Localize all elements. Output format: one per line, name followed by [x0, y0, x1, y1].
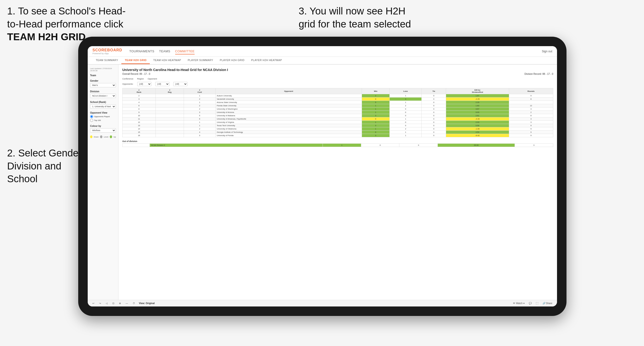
step1-line2: to-Head performance click: [7, 18, 123, 30]
table-cell: [156, 121, 184, 124]
table-cell: 9: [509, 131, 553, 134]
table-cell: 0: [422, 101, 446, 104]
out-of-division-label: Out of division: [122, 140, 553, 143]
table-cell: 2: [509, 111, 553, 114]
region-filter: Region: [137, 78, 144, 80]
table-cell: University of Virginia: [216, 121, 362, 124]
opponent-view-section: Opponent View Opponents Played Top 100: [90, 112, 116, 122]
division-select[interactable]: NCAA Division I: [90, 94, 116, 98]
table-cell: 6: [184, 117, 216, 121]
table-cell: 8: [509, 114, 553, 117]
colour-by-select[interactable]: Win/loss: [90, 128, 116, 133]
filter-selects-row: Opponents: (All) (All) (All): [122, 82, 553, 86]
col-reg: #Reg: [156, 88, 184, 94]
nav-teams[interactable]: TEAMS: [159, 48, 170, 54]
table-cell: 10: [122, 114, 156, 117]
toolbar-right: 👁 Watch ▾ 💬 ⛶ 🔗 Share: [512, 302, 553, 305]
col-tie: Tie: [422, 88, 446, 94]
table-cell: 4: [390, 98, 422, 101]
table-row: 163University of Florida310-6.429: [122, 134, 553, 137]
table-cell: 9: [122, 111, 156, 114]
table-cell: 9: [509, 127, 553, 131]
step3-annotation: 3. You will now see H2H grid for the tea…: [299, 5, 411, 30]
tab-player-h2h-grid[interactable]: PLAYER H2H GRID: [216, 57, 248, 64]
table-cell: 6: [362, 131, 390, 134]
top100-radio[interactable]: Top 100: [90, 119, 116, 122]
undo-button[interactable]: ↩: [92, 302, 95, 305]
nav-committee[interactable]: COMMITTEE: [175, 48, 195, 54]
region-filter-label: Region: [137, 78, 144, 80]
crop-button[interactable]: ⊡: [112, 302, 115, 305]
tab-team-summary[interactable]: TEAM SUMMARY: [92, 57, 121, 64]
step2-annotation: 2. Select Gender, Division and School: [7, 147, 84, 185]
bottom-toolbar: ↩ ↪ ◁ ⊡ ⊕ — ⏱ View: Original 👁 Watch ▾ 💬…: [88, 300, 557, 307]
table-cell: 0: [422, 117, 446, 121]
col-rank: #Rank: [122, 88, 156, 94]
opponent-filter: Opponent: [148, 78, 157, 80]
tab-team-h2h-grid[interactable]: TEAM H2H GRID: [121, 57, 150, 64]
dot-down: [90, 135, 92, 138]
table-cell: [156, 114, 184, 117]
opponents-played-radio[interactable]: Opponents Played: [90, 115, 116, 118]
table-cell: 12: [122, 121, 156, 124]
division-record: Division Record: 88 - 17 - 0: [524, 73, 553, 75]
nav-tournaments[interactable]: TOURNAMENTS: [130, 48, 154, 54]
table-cell: University of Arizona: [216, 111, 362, 114]
table-cell: 0: [390, 111, 422, 114]
gender-select[interactable]: Men's: [90, 83, 116, 87]
table-cell: 2: [390, 127, 422, 131]
watch-button[interactable]: 👁 Watch ▾: [512, 302, 526, 305]
opponent-select[interactable]: (All): [173, 82, 188, 86]
table-cell: [156, 131, 184, 134]
table-cell: 4.50: [446, 131, 509, 134]
minus-button[interactable]: —: [125, 302, 129, 305]
conference-select[interactable]: (All): [137, 82, 152, 86]
table-cell: 3: [362, 114, 390, 117]
sign-out-link[interactable]: Sign out: [542, 50, 552, 53]
table-cell: 3: [362, 134, 390, 137]
redo-button[interactable]: ↪: [98, 302, 102, 305]
table-cell: 0: [422, 127, 446, 131]
conference-filter: Conference: [122, 78, 134, 80]
table-row: 82University of Washington1003.673: [122, 107, 553, 111]
table-cell: 3: [509, 121, 553, 124]
col-conf: #Conf: [184, 88, 216, 94]
table-cell: 0: [422, 114, 446, 117]
table-cell: [156, 98, 184, 101]
table-row: 32Vanderbilt University040-2.298: [122, 98, 553, 101]
table-cell: 2.29: [446, 101, 509, 104]
share-button[interactable]: 🔗 Share: [542, 302, 553, 305]
tab-player-summary[interactable]: PLAYER SUMMARY: [184, 57, 216, 64]
tab-team-h2h-heatmap[interactable]: TEAM H2H HEATMAP: [150, 57, 184, 64]
table-cell: [156, 134, 184, 137]
table-cell: 15: [122, 131, 156, 134]
up-label: Up: [114, 136, 116, 138]
table-cell: Texas Tech University: [216, 124, 362, 127]
table-cell: University of Alabama: [216, 114, 362, 117]
plus-button[interactable]: ⊕: [118, 302, 122, 305]
table-cell: 2: [184, 98, 216, 101]
gender-section: Gender Men's: [90, 80, 116, 87]
tablet-screen: SCOREBOARD Powered by clipp TOURNAMENTS …: [88, 46, 557, 307]
clock-button[interactable]: ⏱: [132, 302, 136, 305]
colour-legend: Down Level Up: [90, 135, 116, 138]
table-cell: [156, 127, 184, 131]
table-cell: 0: [422, 98, 446, 101]
sub-nav: TEAM SUMMARY TEAM H2H GRID TEAM H2H HEAT…: [88, 57, 557, 65]
school-select[interactable]: 1. University of Nort...: [90, 104, 116, 109]
school-section: School (Rank) 1. University of Nort...: [90, 101, 116, 109]
comment-button[interactable]: 💬: [528, 302, 532, 305]
out-tie: 0: [400, 144, 438, 147]
table-cell: 1: [390, 101, 422, 104]
table-cell: 0: [390, 114, 422, 117]
back-button[interactable]: ◁: [105, 302, 108, 305]
fullscreen-button[interactable]: ⛶: [535, 302, 539, 305]
table-cell: University of Washington: [216, 107, 362, 111]
region-select[interactable]: (All): [155, 82, 170, 86]
school-label: School (Rank): [90, 101, 116, 103]
table-cell: 0: [422, 94, 446, 98]
table-row: 62Florida State University1201.8312: [122, 104, 553, 107]
tab-player-h2h-heatmap[interactable]: PLAYER H2H HEATMAP: [248, 57, 285, 64]
table-cell: Arizona State University: [216, 101, 362, 104]
table-cell: 1: [362, 127, 390, 131]
